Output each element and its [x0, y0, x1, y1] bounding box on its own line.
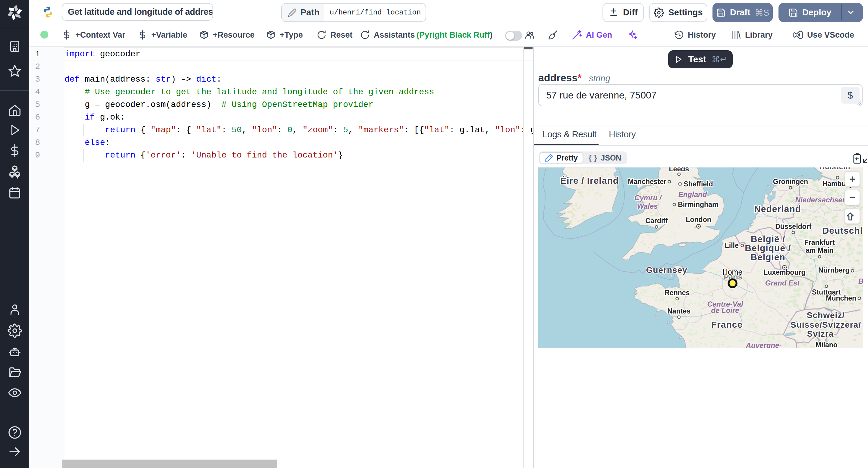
svg-text:Niedersachsen: Niedersachsen: [795, 196, 847, 204]
svg-text:Belgien: Belgien: [750, 252, 785, 262]
svg-text:Nantes: Nantes: [667, 307, 690, 315]
svg-text:Milano: Milano: [815, 341, 838, 348]
svg-text:Cardiff: Cardiff: [645, 217, 668, 225]
svg-text:Éire / Ireland: Éire / Ireland: [560, 175, 619, 186]
svg-text:England: England: [678, 190, 707, 198]
svg-text:France: France: [711, 320, 743, 330]
svg-text:Wales: Wales: [637, 202, 658, 210]
svg-text:Home: Home: [722, 268, 743, 276]
svg-text:Birmingham: Birmingham: [678, 201, 718, 208]
svg-text:Groningen: Groningen: [773, 178, 808, 186]
svg-text:Sheffield: Sheffield: [684, 180, 713, 188]
svg-text:Frankfurt: Frankfurt: [804, 238, 835, 246]
svg-text:de Loire: de Loire: [711, 306, 739, 314]
svg-text:Deutschland: Deutschland: [822, 226, 863, 235]
svg-text:Lille: Lille: [725, 241, 739, 249]
svg-text:Svizra: Svizra: [807, 329, 834, 338]
svg-text:am Main: am Main: [806, 246, 833, 254]
svg-text:Cymru /: Cymru /: [634, 194, 662, 202]
svg-text:Luxembourg: Luxembourg: [764, 268, 805, 276]
svg-text:Nürnberg: Nürnberg: [818, 266, 849, 274]
svg-text:Bay: Bay: [858, 277, 863, 285]
svg-text:Auvergne-: Auvergne-: [746, 341, 782, 348]
svg-text:Nederland: Nederland: [754, 204, 801, 214]
svg-text:Holstein: Holstein: [819, 167, 850, 171]
svg-text:Suisse/Svizzera/: Suisse/Svizzera/: [790, 320, 861, 330]
svg-text:Schweiz/: Schweiz/: [807, 310, 845, 320]
svg-text:Rennes: Rennes: [664, 289, 689, 297]
svg-text:Grand Est: Grand Est: [765, 279, 800, 287]
svg-text:München: München: [826, 294, 856, 302]
svg-text:Düsseldorf: Düsseldorf: [775, 223, 811, 230]
svg-text:Manchester: Manchester: [628, 178, 666, 186]
svg-text:Guernsey: Guernsey: [646, 265, 687, 275]
svg-text:Belgique /: Belgique /: [745, 243, 791, 253]
svg-text:Leeds: Leeds: [669, 167, 689, 173]
svg-text:London: London: [686, 215, 711, 224]
svg-text:België /: België /: [751, 234, 785, 244]
